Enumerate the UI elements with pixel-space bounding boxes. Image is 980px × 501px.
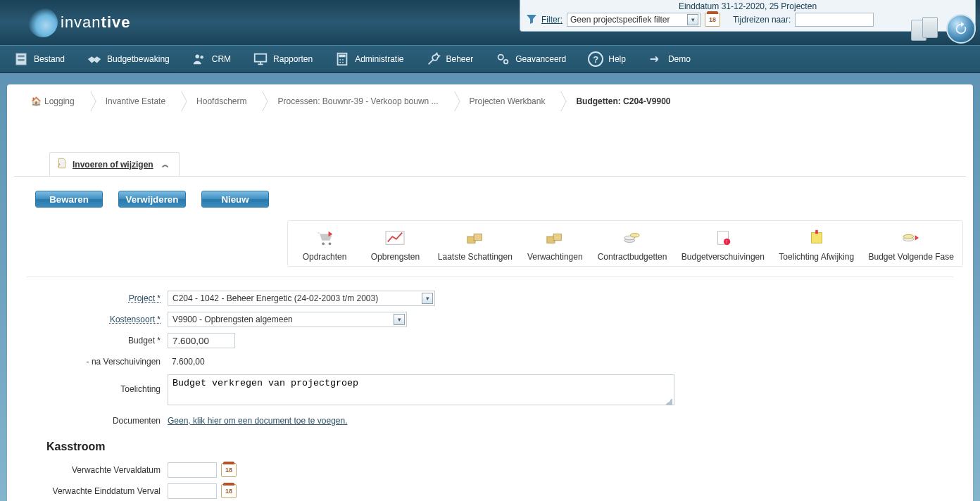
svg-point-4: [200, 56, 203, 59]
handshake-icon: [86, 51, 103, 68]
edit-document-icon: [56, 157, 68, 172]
filter-link-label: Filter: [541, 15, 560, 25]
chart-up-icon: [383, 228, 407, 248]
menu-bestand[interactable]: Bestand: [3, 46, 75, 72]
project-select[interactable]: C204 - 1042 - Beheer Energetic (24-02-20…: [168, 291, 435, 306]
subnav-verwachtingen[interactable]: Verwachtingen: [527, 228, 583, 262]
resize-grip-icon[interactable]: [665, 398, 672, 405]
svg-point-30: [903, 234, 914, 239]
tools-icon: [425, 51, 442, 68]
menu-administratie-label: Administratie: [355, 54, 403, 64]
save-button[interactable]: Bewaren: [35, 191, 103, 208]
label-na-verschuiving: - na Verschuivingen: [41, 357, 168, 367]
label-project[interactable]: Project *: [41, 293, 168, 303]
crumb-hoofdscherm-label: Hoofdscherm: [196, 96, 246, 106]
svg-rect-20: [553, 234, 561, 240]
subnav-opdrachten[interactable]: Opdrachten: [296, 228, 353, 262]
crumb-logging-label: Logging: [44, 96, 75, 106]
tab-row: Invoeren of wijzigen ︽: [49, 152, 973, 176]
menu-budgetbewaking[interactable]: Budgetbewaking: [76, 46, 180, 72]
crumb-werkbank[interactable]: Projecten Werkbank: [457, 92, 555, 110]
arrow-right-icon: [647, 51, 664, 68]
subnav-laatste-schattingen[interactable]: Laatste Schattingen: [438, 228, 513, 262]
time-travel-label: Tijdreizen naar:: [733, 15, 791, 25]
menu-help[interactable]: ? Help: [577, 46, 636, 72]
subnav-budgetverschuivingen-label: Budgetverschuivingen: [681, 252, 765, 262]
calendar-icon[interactable]: 18: [221, 484, 237, 498]
brand-logo: invantive: [28, 8, 131, 37]
crumb-hoofdscherm[interactable]: Hoofdscherm: [184, 92, 256, 110]
subnav-opbrengsten-label: Opbrengsten: [371, 252, 420, 262]
subnav-budgetverschuivingen[interactable]: ! Budgetverschuivingen: [681, 228, 765, 262]
subnav-budget-volgende-fase[interactable]: Budget Volgende Fase: [868, 228, 953, 262]
menu-rapporten[interactable]: Rapporten: [242, 46, 322, 72]
project-select-value: C204 - 1042 - Beheer Energetic (24-02-20…: [172, 293, 378, 303]
tab-invoeren-label: Invoeren of wijzigen: [73, 160, 153, 170]
crumb-current-label: Budgetten: C204-V9900: [576, 96, 670, 106]
toelichting-textarea[interactable]: [168, 374, 674, 405]
crumb-estate[interactable]: Invantive Estate: [93, 92, 175, 110]
kostensoort-select[interactable]: V9900 - Opbrengsten algemeen: [168, 312, 407, 327]
svg-point-3: [195, 55, 199, 59]
dropdown-icon[interactable]: [687, 14, 698, 25]
svg-point-9: [342, 59, 344, 61]
logo-burst-icon: [28, 8, 58, 37]
menu-crm[interactable]: CRM: [181, 46, 241, 72]
brand-text-part1: invan: [61, 13, 101, 31]
svg-point-13: [504, 60, 508, 64]
menu-geavanceerd-label: Geavanceerd: [515, 54, 566, 64]
crumb-separator-icon: [256, 91, 265, 111]
subnav-toelichting-afwijking[interactable]: Toelichting Afwijking: [779, 228, 854, 262]
menu-demo[interactable]: Demo: [637, 46, 701, 72]
boxes-icon: [543, 228, 567, 248]
time-travel-input[interactable]: [795, 13, 874, 27]
crumb-processen[interactable]: Processen: Bouwnr-39 - Verkoop bouwn ...: [265, 92, 448, 110]
label-toelichting: Toelichting: [41, 374, 168, 394]
calculator-icon: [334, 51, 351, 68]
menu-bestand-label: Bestand: [34, 54, 65, 64]
document-warning-icon: !: [711, 228, 735, 248]
subnav-contractbudgetten-label: Contractbudgetten: [598, 252, 667, 262]
subnav-opbrengsten[interactable]: Opbrengsten: [367, 228, 423, 262]
svg-rect-2: [18, 59, 24, 61]
budget-input[interactable]: [168, 333, 235, 348]
subnav-contractbudgetten[interactable]: Contractbudgetten: [598, 228, 667, 262]
menu-beheer[interactable]: Beheer: [415, 46, 484, 72]
calendar-day-label: 18: [709, 16, 716, 23]
project-filter-select[interactable]: Geen projectspecifiek filter: [567, 13, 701, 27]
svg-point-15: [329, 243, 332, 246]
brand-text-part2: tive: [101, 13, 131, 31]
label-documenten: Documenten: [41, 416, 168, 426]
menu-administratie[interactable]: Administratie: [324, 46, 413, 72]
verwachte-vervaldatum-input[interactable]: [168, 462, 217, 478]
label-kostensoort[interactable]: Kostensoort *: [41, 315, 168, 324]
svg-point-23: [630, 234, 639, 238]
svg-point-8: [339, 59, 341, 61]
svg-rect-7: [339, 55, 346, 58]
menu-demo-label: Demo: [668, 54, 691, 64]
dropdown-icon[interactable]: [422, 293, 433, 304]
new-button[interactable]: Nieuw: [201, 191, 269, 208]
tab-invoeren[interactable]: Invoeren of wijzigen ︽: [49, 152, 180, 176]
label-budget: Budget *: [41, 336, 168, 345]
menu-geavanceerd[interactable]: Geavanceerd: [484, 46, 576, 72]
chevron-up-icon[interactable]: ︽: [162, 160, 169, 170]
refresh-button[interactable]: [946, 14, 976, 44]
crumb-logging[interactable]: 🏠 Logging: [18, 92, 84, 110]
label-verwachte-vervaldatum: Verwachte Vervaldatum: [41, 465, 168, 475]
delete-button[interactable]: Verwijderen: [118, 191, 186, 208]
calendar-icon[interactable]: 18: [705, 13, 720, 27]
crumb-current: Budgetten: C204-V9900: [563, 92, 680, 110]
action-button-row: Bewaren Verwijderen Nieuw: [35, 191, 953, 208]
add-document-link[interactable]: Geen, klik hier om een document toe te v…: [168, 416, 348, 426]
na-verschuiving-value: 7.600,00: [168, 357, 205, 367]
filter-link[interactable]: Filter: [541, 15, 563, 25]
app-header: invantive Einddatum 31-12-2020, 25 Proje…: [0, 0, 980, 45]
boxes-icon: [463, 228, 487, 248]
svg-rect-1: [18, 56, 24, 58]
dropdown-icon[interactable]: [394, 314, 405, 325]
home-icon: 🏠: [31, 96, 42, 106]
calendar-icon[interactable]: 18: [221, 463, 237, 477]
menu-crm-label: CRM: [212, 54, 231, 64]
verwachte-einddatum-input[interactable]: [168, 483, 217, 499]
